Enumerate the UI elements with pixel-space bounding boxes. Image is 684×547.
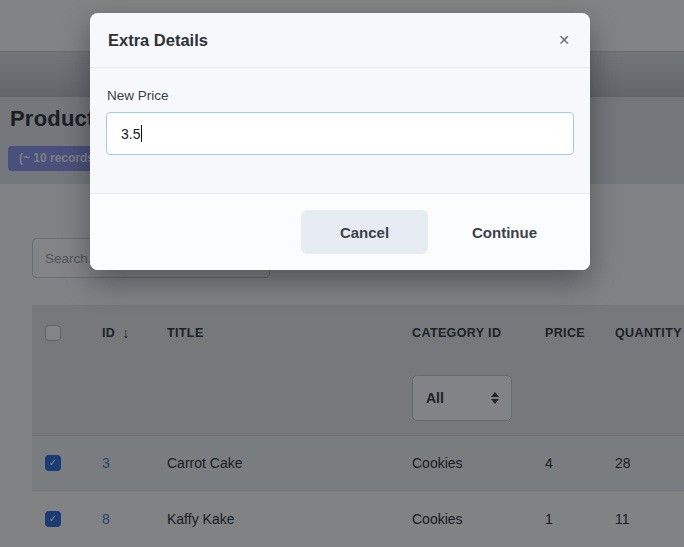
continue-button[interactable]: Continue: [442, 210, 567, 254]
cancel-button[interactable]: Cancel: [301, 210, 428, 254]
new-price-value: 3.5: [121, 126, 140, 142]
modal-title: Extra Details: [108, 31, 208, 50]
text-cursor: [141, 125, 142, 142]
new-price-label: New Price: [107, 88, 574, 103]
modal-header: Extra Details ✕: [90, 13, 590, 68]
modal-body: New Price 3.5: [90, 68, 590, 193]
close-icon[interactable]: ✕: [552, 28, 576, 52]
modal-footer: Cancel Continue: [90, 193, 590, 270]
extra-details-modal: Extra Details ✕ New Price 3.5 Cancel Con…: [90, 13, 590, 270]
screen: Products (~ 10 records) ID ↓ TITLE CATEG…: [0, 0, 684, 547]
new-price-input[interactable]: 3.5: [106, 112, 574, 155]
